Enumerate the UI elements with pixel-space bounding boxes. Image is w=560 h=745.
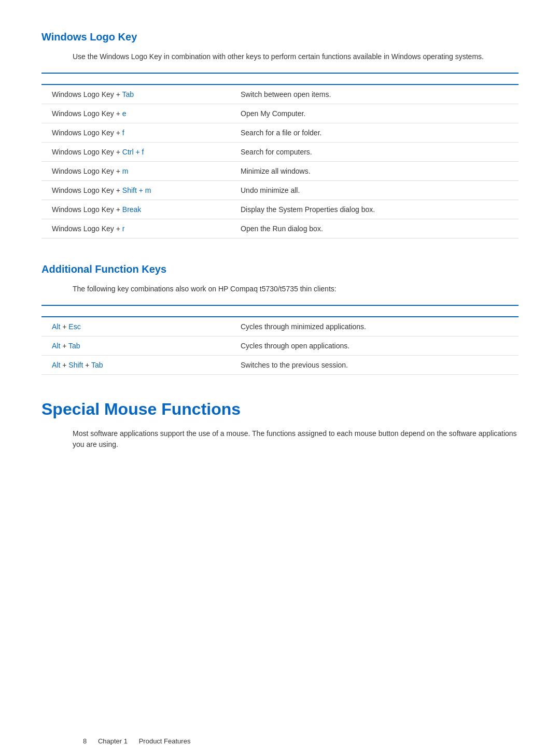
special-mouse-intro: Most software applications support the u…: [73, 428, 519, 450]
footer-section: Product Features: [139, 737, 191, 745]
table-header-desc: [232, 73, 519, 85]
description-cell: Switches to the previous session.: [232, 356, 519, 375]
key-cell: Windows Logo Key + f: [41, 123, 232, 143]
description-cell: Switch between open items.: [232, 85, 519, 104]
table-header-key: [41, 73, 232, 85]
table-row: Windows Logo Key + BreakDisplay the Syst…: [41, 200, 519, 219]
key-cell: Windows Logo Key + m: [41, 162, 232, 181]
table-row: Windows Logo Key + Ctrl + fSearch for co…: [41, 143, 519, 162]
table-row: Alt + Shift + TabSwitches to the previou…: [41, 356, 519, 375]
description-cell: Display the System Properties dialog box…: [232, 200, 519, 219]
key-cell: Windows Logo Key + e: [41, 104, 232, 123]
table-row: Windows Logo Key + Shift + mUndo minimiz…: [41, 181, 519, 200]
key-cell: Windows Logo Key + Ctrl + f: [41, 143, 232, 162]
description-cell: Search for a file or folder.: [232, 123, 519, 143]
description-cell: Cycles through open applications.: [232, 336, 519, 356]
description-cell: Undo minimize all.: [232, 181, 519, 200]
windows-logo-key-intro: Use the Windows Logo Key in combination …: [73, 51, 519, 62]
table-row: Alt + TabCycles through open application…: [41, 336, 519, 356]
table-row: Windows Logo Key + eOpen My Computer.: [41, 104, 519, 123]
description-cell: Minimize all windows.: [232, 162, 519, 181]
key-cell: Windows Logo Key + Tab: [41, 85, 232, 104]
additional-function-keys-heading: Additional Function Keys: [41, 263, 519, 275]
table-header-row: [41, 305, 519, 317]
table-row: Windows Logo Key + TabSwitch between ope…: [41, 85, 519, 104]
description-cell: Search for computers.: [232, 143, 519, 162]
windows-logo-key-section: Windows Logo Key Use the Windows Logo Ke…: [41, 31, 519, 238]
additional-function-keys-table: Alt + EscCycles through minimized applic…: [41, 305, 519, 375]
key-cell: Windows Logo Key + Break: [41, 200, 232, 219]
key-cell: Windows Logo Key + r: [41, 219, 232, 238]
footer: 8 Chapter 1 Product Features: [83, 737, 190, 745]
special-mouse-section: Special Mouse Functions Most software ap…: [41, 400, 519, 450]
table-row: Alt + EscCycles through minimized applic…: [41, 317, 519, 336]
key-cell: Alt + Tab: [41, 336, 232, 356]
table-row: Windows Logo Key + mMinimize all windows…: [41, 162, 519, 181]
footer-chapter: Chapter 1: [98, 737, 128, 745]
description-cell: Open My Computer.: [232, 104, 519, 123]
table-header-desc: [232, 305, 519, 317]
additional-function-keys-section: Additional Function Keys The following k…: [41, 263, 519, 375]
special-mouse-heading: Special Mouse Functions: [41, 400, 519, 419]
page-wrapper: Windows Logo Key Use the Windows Logo Ke…: [41, 31, 519, 745]
windows-logo-key-heading: Windows Logo Key: [41, 31, 519, 43]
key-cell: Alt + Esc: [41, 317, 232, 336]
key-cell: Windows Logo Key + Shift + m: [41, 181, 232, 200]
additional-function-keys-intro: The following key combinations also work…: [73, 284, 519, 294]
description-cell: Open the Run dialog box.: [232, 219, 519, 238]
table-header-key: [41, 305, 232, 317]
table-row: Windows Logo Key + fSearch for a file or…: [41, 123, 519, 143]
table-header-row: [41, 73, 519, 85]
table-row: Windows Logo Key + rOpen the Run dialog …: [41, 219, 519, 238]
key-cell: Alt + Shift + Tab: [41, 356, 232, 375]
windows-logo-key-table: Windows Logo Key + TabSwitch between ope…: [41, 73, 519, 238]
footer-page-number: 8: [83, 737, 87, 745]
description-cell: Cycles through minimized applications.: [232, 317, 519, 336]
